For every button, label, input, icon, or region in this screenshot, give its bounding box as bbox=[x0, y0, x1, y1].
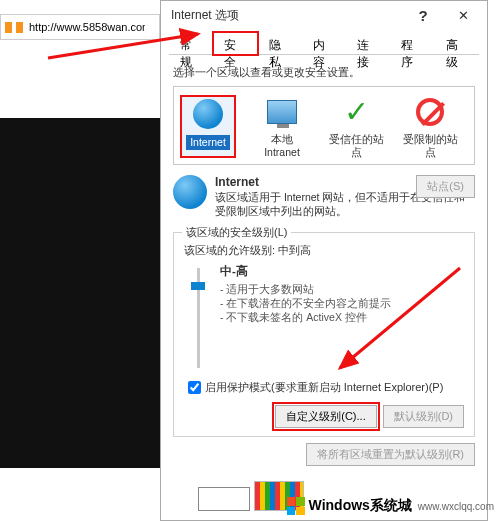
tab-content[interactable]: 内容 bbox=[302, 32, 346, 55]
default-level-button[interactable]: 默认级别(D) bbox=[383, 405, 464, 428]
dialog-tabs: 常规 安全 隐私 内容 连接 程序 高级 bbox=[169, 31, 479, 55]
watermark-text: Windows系统城 bbox=[309, 497, 412, 515]
dialog-titlebar: Internet 选项 ? ✕ bbox=[161, 1, 487, 29]
check-icon: ✓ bbox=[339, 95, 373, 129]
security-level-group: 该区域的安全级别(L) 该区域的允许级别: 中到高 中-高 适用于大多数网站 在… bbox=[173, 232, 475, 437]
tab-privacy[interactable]: 隐私 bbox=[258, 32, 302, 55]
custom-level-button[interactable]: 自定义级别(C)... bbox=[275, 405, 376, 428]
bullet: 不下载未签名的 ActiveX 控件 bbox=[220, 311, 391, 325]
dialog-title: Internet 选项 bbox=[171, 7, 239, 24]
tab-security[interactable]: 安全 bbox=[213, 32, 257, 55]
site-icon bbox=[5, 22, 23, 33]
zone-intranet[interactable]: 本地 Intranet bbox=[254, 95, 310, 158]
reset-all-button[interactable]: 将所有区域重置为默认级别(R) bbox=[306, 443, 475, 466]
security-level-slider[interactable] bbox=[188, 268, 210, 368]
protected-mode-row: 启用保护模式(要求重新启动 Internet Explorer)(P) bbox=[184, 378, 464, 397]
internet-options-dialog: Internet 选项 ? ✕ 常规 安全 隐私 内容 连接 程序 高级 选择一… bbox=[160, 0, 488, 521]
tab-general[interactable]: 常规 bbox=[169, 32, 213, 55]
tab-connections[interactable]: 连接 bbox=[346, 32, 390, 55]
zone-description: Internet 该区域适用于 Internet 网站，但不适用于在受信任和受限… bbox=[173, 175, 475, 218]
page-background bbox=[0, 118, 162, 468]
protected-mode-checkbox[interactable] bbox=[188, 381, 201, 394]
allowed-levels: 该区域的允许级别: 中到高 bbox=[184, 243, 464, 258]
level-name: 中-高 bbox=[220, 265, 248, 277]
level-bullets: 适用于大多数网站 在下载潜在的不安全内容之前提示 不下载未签名的 ActiveX… bbox=[220, 283, 391, 325]
ban-icon bbox=[413, 95, 447, 129]
globe-icon bbox=[173, 175, 207, 209]
zone-label: Internet bbox=[186, 135, 230, 150]
zone-trusted[interactable]: ✓ 受信任的站点 bbox=[328, 95, 384, 158]
zone-restricted[interactable]: 受限制的站点 bbox=[402, 95, 458, 158]
browser-address-bar[interactable] bbox=[0, 14, 160, 40]
bullet: 在下载潜在的不安全内容之前提示 bbox=[220, 297, 391, 311]
url-input[interactable] bbox=[27, 20, 147, 34]
zone-list: Internet 本地 Intranet ✓ 受信任的站点 受限制的站点 bbox=[173, 86, 475, 165]
globe-icon bbox=[191, 97, 225, 131]
windows-logo-icon bbox=[287, 497, 305, 515]
group-legend: 该区域的安全级别(L) bbox=[182, 225, 291, 240]
zone-internet[interactable]: Internet bbox=[180, 95, 236, 158]
protected-mode-label: 启用保护模式(要求重新启动 Internet Explorer)(P) bbox=[205, 380, 443, 395]
watermark-sub: www.wxclqq.com bbox=[418, 501, 494, 512]
sites-button[interactable]: 站点(S) bbox=[416, 175, 475, 198]
tab-advanced[interactable]: 高级 bbox=[435, 32, 479, 55]
watermark: Windows系统城 www.wxclqq.com bbox=[287, 497, 494, 515]
zone-label: 受信任的站点 bbox=[329, 133, 384, 158]
tab-programs[interactable]: 程序 bbox=[390, 32, 434, 55]
security-pane: 选择一个区域以查看或更改安全设置。 Internet 本地 Intranet ✓… bbox=[161, 55, 487, 474]
bullet: 适用于大多数网站 bbox=[220, 283, 391, 297]
help-button[interactable]: ? bbox=[403, 1, 443, 29]
zone-label: 受限制的站点 bbox=[403, 133, 458, 158]
zone-label: 本地 Intranet bbox=[264, 133, 300, 158]
computer-icon bbox=[265, 95, 299, 129]
ok-button-partial[interactable] bbox=[198, 487, 250, 511]
close-button[interactable]: ✕ bbox=[443, 1, 483, 29]
